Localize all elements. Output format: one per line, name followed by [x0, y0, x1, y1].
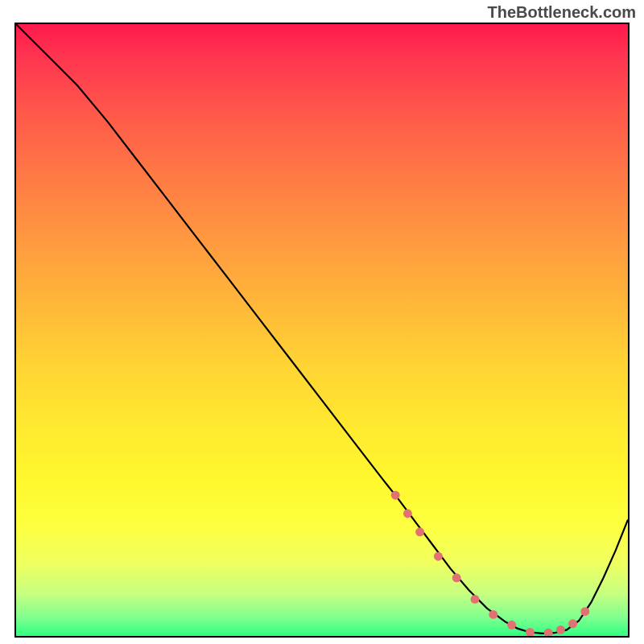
marker-dot	[526, 628, 535, 636]
dots-layer	[16, 24, 628, 636]
marker-dot	[489, 610, 497, 619]
marker-dot	[556, 625, 565, 634]
marker-dot	[415, 527, 424, 536]
marker-dot	[452, 573, 461, 582]
marker-dot	[568, 619, 577, 628]
marker-dot	[403, 510, 412, 518]
watermark-text: TheBottleneck.com	[488, 3, 636, 22]
marker-dot	[391, 491, 400, 500]
chart-container: TheBottleneck.com	[0, 0, 644, 644]
marker-dot	[434, 552, 443, 561]
marker-dot	[580, 607, 589, 616]
plot-area	[14, 23, 630, 638]
marker-dot	[544, 629, 553, 636]
marker-dot	[471, 595, 480, 604]
marker-dot	[507, 621, 516, 630]
optimal-zone-markers	[391, 491, 590, 636]
